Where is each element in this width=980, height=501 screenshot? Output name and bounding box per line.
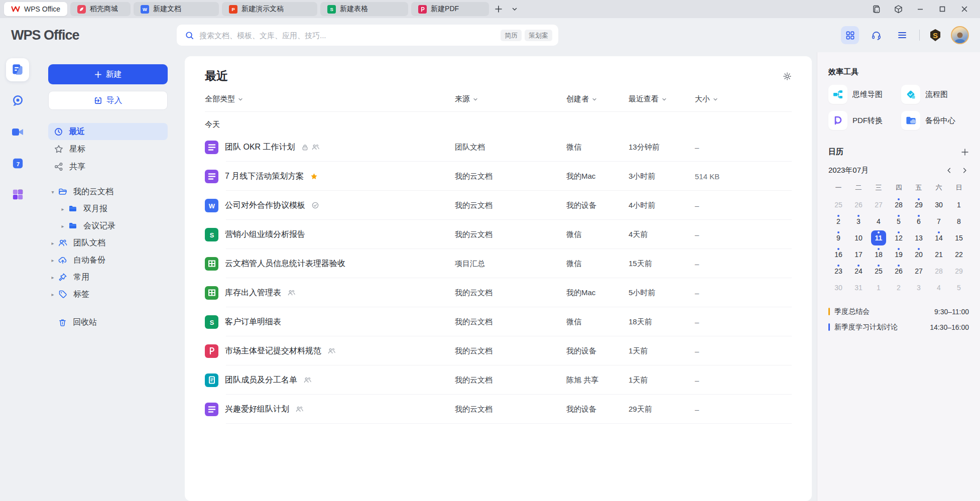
calendar-day-23[interactable]: 23 xyxy=(828,263,848,279)
file-row[interactable]: 市场主体登记提交材料规范我的云文档我的设备1天前– xyxy=(205,336,792,365)
sidebar-item-标签[interactable]: ▸标签 xyxy=(48,286,168,303)
rail-item-chat[interactable] xyxy=(6,89,29,112)
filter-来源[interactable]: 来源 xyxy=(455,94,478,104)
caret-right-icon[interactable]: ▸ xyxy=(58,223,67,229)
sidebar-item-常用[interactable]: ▸常用 xyxy=(48,269,168,286)
svip-badge-icon[interactable]: S xyxy=(928,28,943,43)
sidebar-item-自动备份[interactable]: ▸自动备份 xyxy=(48,252,168,269)
new-tab-button[interactable] xyxy=(492,3,505,16)
calendar-day-22[interactable]: 22 xyxy=(949,246,969,263)
sidebar-item-共享[interactable]: 共享 xyxy=(48,158,168,175)
search-tag[interactable]: 策划案 xyxy=(525,30,552,41)
caret-right-icon[interactable]: ▸ xyxy=(48,240,57,246)
calendar-day-11[interactable]: 11 xyxy=(869,230,889,246)
calendar-day-16[interactable]: 16 xyxy=(828,246,848,263)
rail-item-calendar[interactable]: 7 xyxy=(6,152,29,175)
calendar-day-3[interactable]: 3 xyxy=(848,213,869,229)
tab-1[interactable]: WPS Office xyxy=(4,2,67,16)
rail-item-apps[interactable] xyxy=(6,183,29,206)
calendar-day-6[interactable]: 6 xyxy=(909,213,929,229)
rail-item-documents[interactable] xyxy=(6,58,29,81)
import-button[interactable]: 导入 xyxy=(48,91,168,110)
sidebar-item-双月报[interactable]: ▸双月报 xyxy=(48,200,168,217)
rail-item-meeting[interactable] xyxy=(6,120,29,144)
tool-流程图[interactable]: 流程图 xyxy=(901,85,969,104)
list-settings-gear-icon[interactable] xyxy=(783,72,792,81)
sidebar-item-trash[interactable]: 回收站 xyxy=(48,314,168,331)
global-menu-icon[interactable] xyxy=(893,26,911,44)
new-document-button[interactable]: 新建 xyxy=(48,64,168,84)
calendar-day-25[interactable]: 25 xyxy=(869,263,889,279)
caret-down-icon[interactable]: ▾ xyxy=(48,189,57,195)
search-input[interactable] xyxy=(199,31,493,40)
tool-PDF转换[interactable]: PDF转换 xyxy=(828,111,896,130)
calendar-next-icon[interactable] xyxy=(961,167,968,174)
calendar-day-10[interactable]: 10 xyxy=(848,230,869,246)
filter-最近查看[interactable]: 最近查看 xyxy=(629,94,667,104)
calendar-day-28[interactable]: 28 xyxy=(889,197,909,213)
tool-思维导图[interactable]: 思维导图 xyxy=(828,85,896,104)
file-row[interactable]: S客户订单明细表我的云文档微信18天前– xyxy=(205,307,792,336)
calendar-day-7[interactable]: 7 xyxy=(929,213,949,229)
calendar-day-4[interactable]: 4 xyxy=(929,280,949,296)
calendar-event[interactable]: 季度总结会9:30–11:00 xyxy=(828,304,969,319)
tab-4[interactable]: P新建演示文稿 xyxy=(222,2,317,16)
calendar-day-15[interactable]: 15 xyxy=(949,230,969,246)
caret-right-icon[interactable]: ▸ xyxy=(58,206,67,212)
file-row[interactable]: 云文档管人员信息统计表理器验收项目汇总微信15天前– xyxy=(205,249,792,278)
calendar-day-30[interactable]: 30 xyxy=(929,197,949,213)
calendar-day-3[interactable]: 3 xyxy=(909,280,929,296)
sidebar-item-我的云文档[interactable]: ▾我的云文档 xyxy=(48,183,168,200)
mobile-sync-icon[interactable] xyxy=(868,2,885,16)
calendar-day-9[interactable]: 9 xyxy=(828,230,848,246)
sidebar-item-星标[interactable]: 星标 xyxy=(48,141,168,158)
calendar-day-14[interactable]: 14 xyxy=(929,230,949,246)
calendar-day-29[interactable]: 29 xyxy=(949,263,969,279)
add-event-icon[interactable] xyxy=(961,148,969,156)
search-tag[interactable]: 简历 xyxy=(501,30,522,41)
file-row[interactable]: 7 月线下活动策划方案我的云文档我的Mac3小时前514 KB xyxy=(205,162,792,191)
calendar-day-18[interactable]: 18 xyxy=(869,246,889,263)
file-row[interactable]: 团队成员及分工名单我的云文档陈旭 共享1天前– xyxy=(205,365,792,395)
sidebar-item-团队文档[interactable]: ▸团队文档 xyxy=(48,234,168,252)
calendar-day-20[interactable]: 20 xyxy=(909,246,929,263)
calendar-day-21[interactable]: 21 xyxy=(929,246,949,263)
calendar-day-24[interactable]: 24 xyxy=(848,263,869,279)
calendar-day-4[interactable]: 4 xyxy=(869,213,889,229)
apps-grid-icon[interactable] xyxy=(841,26,859,44)
calendar-day-27[interactable]: 27 xyxy=(909,263,929,279)
sidebar-item-会议记录[interactable]: ▸会议记录 xyxy=(48,217,168,234)
calendar-day-30[interactable]: 30 xyxy=(828,280,848,296)
filter-创建者[interactable]: 创建者 xyxy=(566,94,597,104)
calendar-day-26[interactable]: 26 xyxy=(848,197,869,213)
sidebar-item-最近[interactable]: 最近 xyxy=(48,123,168,140)
calendar-day-5[interactable]: 5 xyxy=(889,213,909,229)
file-row[interactable]: 团队 OKR 工作计划团队文档微信13分钟前– xyxy=(205,133,792,162)
calendar-day-19[interactable]: 19 xyxy=(889,246,909,263)
maximize-button[interactable] xyxy=(934,2,951,16)
tab-2[interactable]: 稻壳商城 xyxy=(70,2,131,16)
calendar-day-2[interactable]: 2 xyxy=(889,280,909,296)
calendar-event[interactable]: 新季度学习计划讨论14:30–16:00 xyxy=(828,319,969,335)
tab-5[interactable]: S新建表格 xyxy=(320,2,408,16)
calendar-day-25[interactable]: 25 xyxy=(828,197,848,213)
file-row[interactable]: 库存出入管理表我的云文档我的Mac5小时前– xyxy=(205,278,792,307)
calendar-day-26[interactable]: 26 xyxy=(889,263,909,279)
workspace-cube-icon[interactable] xyxy=(890,2,907,16)
tool-备份中心[interactable]: 备份中心 xyxy=(901,111,969,130)
caret-right-icon[interactable]: ▸ xyxy=(48,275,57,280)
caret-right-icon[interactable]: ▸ xyxy=(48,258,57,263)
tab-list-dropdown[interactable] xyxy=(508,3,521,16)
calendar-day-1[interactable]: 1 xyxy=(869,280,889,296)
calendar-day-28[interactable]: 28 xyxy=(929,263,949,279)
support-headset-icon[interactable] xyxy=(867,26,885,44)
calendar-day-29[interactable]: 29 xyxy=(909,197,929,213)
calendar-day-27[interactable]: 27 xyxy=(869,197,889,213)
tab-3[interactable]: W新建文档 xyxy=(134,2,219,16)
calendar-day-1[interactable]: 1 xyxy=(949,197,969,213)
calendar-day-17[interactable]: 17 xyxy=(848,246,869,263)
minimize-button[interactable] xyxy=(912,2,929,16)
calendar-day-2[interactable]: 2 xyxy=(828,213,848,229)
file-row[interactable]: S营销小组业绩分析报告我的云文档微信4天前– xyxy=(205,220,792,249)
filter-全部类型[interactable]: 全部类型 xyxy=(205,94,243,104)
